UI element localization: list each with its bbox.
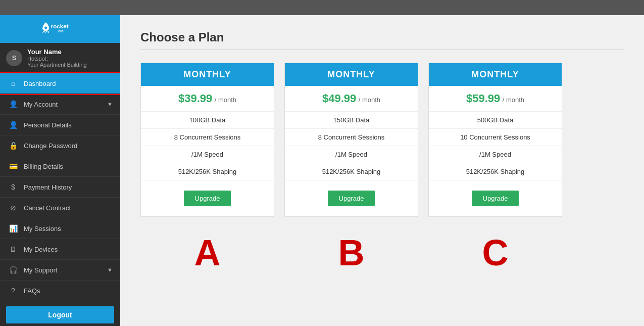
plan-card-b: MONTHLY $49.99 / month 150GB Data 8 Conc… xyxy=(284,63,418,217)
sidebar-item-change-password[interactable]: 🔒 Change Password xyxy=(0,135,120,156)
sidebar-logout: Logout xyxy=(0,301,120,326)
svg-text:wifi: wifi xyxy=(58,29,64,33)
headset-icon: 🎧 xyxy=(8,266,19,274)
sidebar-item-dashboard[interactable]: ⌂ Dashboard xyxy=(0,73,120,94)
page-title: Choose a Plan xyxy=(140,30,624,44)
plan-amount-a: $39.99 xyxy=(178,92,212,105)
person-icon: 👤 xyxy=(8,100,19,108)
plan-label-b: B xyxy=(284,232,418,273)
sidebar-item-personal-details[interactable]: 👤 Personal Details xyxy=(0,115,120,135)
plan-feature-b-1: 8 Concurrent Sessions xyxy=(285,129,418,146)
user-hotspot: Hotspot: xyxy=(27,56,87,62)
upgrade-button-a[interactable]: Upgrade xyxy=(184,191,231,206)
chevron-down-icon-support: ▼ xyxy=(107,267,113,273)
question-icon: ? xyxy=(8,287,19,295)
nav-label-change-password: Change Password xyxy=(24,142,113,150)
plans-grid: MONTHLY $39.99 / month 100GB Data 8 Conc… xyxy=(140,63,624,217)
plan-period-c: / month xyxy=(503,96,524,104)
plan-header-c: MONTHLY xyxy=(429,63,562,86)
cancel-icon: ⊘ xyxy=(8,204,19,212)
plan-card-a: MONTHLY $39.99 / month 100GB Data 8 Conc… xyxy=(140,63,274,217)
user-location: Your Apartment Building xyxy=(27,62,87,68)
plan-feature-a-2: /1M Speed xyxy=(141,146,274,163)
nav-label-my-sessions: My Sessions xyxy=(24,225,113,232)
plan-price-c: $59.99 / month xyxy=(429,86,562,112)
upgrade-button-b[interactable]: Upgrade xyxy=(328,191,375,206)
sidebar-logo: rocket wifi xyxy=(0,15,120,43)
nav-label-personal-details: Personal Details xyxy=(24,121,113,129)
plan-amount-c: $59.99 xyxy=(466,92,500,105)
nav-label-cancel-contract: Cancel Contract xyxy=(24,204,113,212)
top-bar xyxy=(0,0,644,15)
sidebar-item-my-sessions[interactable]: 📊 My Sessions xyxy=(0,218,120,239)
home-icon: ⌂ xyxy=(8,79,19,87)
nav-label-payment-history: Payment History xyxy=(24,183,113,191)
plan-upgrade-c: Upgrade xyxy=(429,180,562,216)
card-icon: 💳 xyxy=(8,162,19,170)
nav-label-my-account: My Account xyxy=(24,101,107,108)
plan-feature-c-0: 500GB Data xyxy=(429,112,562,129)
plan-feature-a-3: 512K/256K Shaping xyxy=(141,163,274,180)
plan-card-c: MONTHLY $59.99 / month 500GB Data 10 Con… xyxy=(428,63,562,217)
plan-amount-b: $49.99 xyxy=(322,92,356,105)
sidebar-item-payment-history[interactable]: $ Payment History xyxy=(0,177,120,198)
sidebar-item-my-support[interactable]: 🎧 My Support ▼ xyxy=(0,260,120,281)
sidebar-item-my-account[interactable]: 👤 My Account ▼ xyxy=(0,94,120,115)
sidebar-user: S Your Name Hotspot: Your Apartment Buil… xyxy=(0,43,120,73)
nav-label-faqs: FAQs xyxy=(24,287,113,295)
logout-button[interactable]: Logout xyxy=(6,306,114,323)
plan-period-b: / month xyxy=(359,96,380,104)
monitor-icon: 🖥 xyxy=(8,245,19,253)
plan-upgrade-a: Upgrade xyxy=(141,180,274,216)
plan-price-b: $49.99 / month xyxy=(285,86,418,112)
svg-point-0 xyxy=(44,27,47,29)
plan-feature-b-2: /1M Speed xyxy=(285,146,418,163)
plan-feature-b-0: 150GB Data xyxy=(285,112,418,129)
plan-period-a: / month xyxy=(215,96,236,104)
chevron-down-icon: ▼ xyxy=(107,101,113,107)
plan-feature-c-2: /1M Speed xyxy=(429,146,562,163)
upgrade-button-c[interactable]: Upgrade xyxy=(472,191,519,206)
plan-price-a: $39.99 / month xyxy=(141,86,274,112)
sidebar-nav: ⌂ Dashboard 👤 My Account ▼ 👤 Personal De… xyxy=(0,73,120,301)
plan-header-b: MONTHLY xyxy=(285,63,418,86)
logo-svg: rocket wifi xyxy=(35,20,85,38)
plan-feature-a-0: 100GB Data xyxy=(141,112,274,129)
plan-labels: A B C xyxy=(140,232,624,273)
plan-label-a: A xyxy=(140,232,274,273)
chart-icon: 📊 xyxy=(8,224,19,232)
sidebar-item-billing-details[interactable]: 💳 Billing Details xyxy=(0,156,120,177)
nav-label-my-devices: My Devices xyxy=(24,246,113,253)
plan-feature-b-3: 512K/256K Shaping xyxy=(285,163,418,180)
main-layout: rocket wifi S Your Name Hotspot: Your Ap… xyxy=(0,15,644,326)
lock-icon: 🔒 xyxy=(8,142,19,150)
user-info: Your Name Hotspot: Your Apartment Buildi… xyxy=(27,48,87,68)
divider xyxy=(140,50,624,50)
nav-label-dashboard: Dashboard xyxy=(24,80,113,87)
dollar-icon: $ xyxy=(8,183,19,191)
plan-feature-c-3: 512K/256K Shaping xyxy=(429,163,562,180)
sidebar-item-faqs[interactable]: ? FAQs xyxy=(0,281,120,301)
sidebar: rocket wifi S Your Name Hotspot: Your Ap… xyxy=(0,15,120,326)
sidebar-item-my-devices[interactable]: 🖥 My Devices xyxy=(0,239,120,260)
plan-feature-c-1: 10 Concurrent Sessions xyxy=(429,129,562,146)
svg-text:rocket: rocket xyxy=(51,23,69,29)
nav-label-billing-details: Billing Details xyxy=(24,163,113,170)
plan-feature-a-1: 8 Concurrent Sessions xyxy=(141,129,274,146)
main-content: Choose a Plan MONTHLY $39.99 / month 100… xyxy=(120,15,644,326)
plan-label-c: C xyxy=(428,232,562,273)
user-name: Your Name xyxy=(27,48,87,56)
person-circle-icon: 👤 xyxy=(8,121,19,129)
nav-label-my-support: My Support xyxy=(24,266,107,274)
plan-upgrade-b: Upgrade xyxy=(285,180,418,216)
sidebar-item-cancel-contract[interactable]: ⊘ Cancel Contract xyxy=(0,198,120,218)
avatar: S xyxy=(6,50,22,66)
plan-header-a: MONTHLY xyxy=(141,63,274,86)
